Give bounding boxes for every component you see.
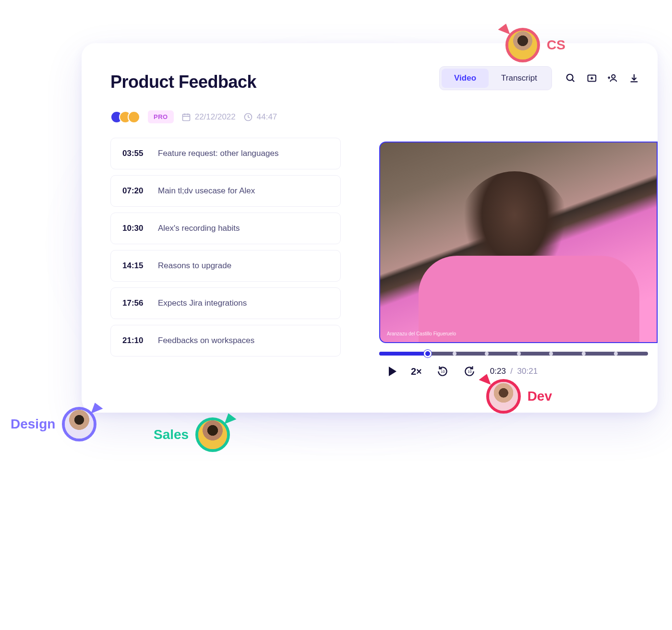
avatar [62,407,96,441]
chapter-marker[interactable] [549,352,553,356]
clock-icon [243,112,253,122]
folder-add-icon[interactable] [587,73,597,83]
svg-point-0 [567,74,573,81]
chapter-marker[interactable] [582,352,586,356]
avatar [128,111,140,123]
face-illustration [508,31,537,59]
download-icon[interactable] [629,73,639,83]
face-illustration [489,382,518,411]
chapter-time: 17:56 [122,298,147,308]
svg-text:10: 10 [441,369,444,374]
tab-transcript[interactable]: Transcript [489,69,550,88]
time-sep: / [510,367,513,376]
meta-row: PRO 22/12/2022 44:47 [110,110,658,123]
svg-rect-10 [182,114,190,120]
avatar [505,28,540,62]
player-controls: 2× 10 10 0:23 / 30:21 [379,365,658,378]
chapter-label: Feedbacks on workspaces [158,336,254,345]
chapter-item[interactable]: 17:56 Expects Jira integrations [110,287,341,319]
chapter-time: 14:15 [122,261,147,271]
timecode: 0:23 / 30:21 [490,367,538,376]
date-text: 22/12/2022 [195,112,236,122]
cursor-icon [497,24,510,37]
avatar [486,379,521,414]
chapter-marker[interactable] [485,352,489,356]
chapter-time: 21:10 [122,336,147,345]
progress-fill [379,352,428,356]
svg-point-5 [612,75,615,78]
role-label: Design [11,416,55,432]
progress-bar[interactable] [379,352,648,356]
svg-line-1 [572,80,575,82]
video-caption: Aranzazu del Castillo Figueruelo [387,331,456,336]
chapter-list: 03:55 Feature request: other languages 0… [110,138,341,357]
chapter-marker[interactable] [614,352,618,356]
chapter-time: 03:55 [122,149,147,158]
feedback-card: Product Feedback Video Transcript [82,43,658,413]
time-total: 30:21 [517,367,538,376]
role-badge-design: Design [11,407,96,441]
face-illustration [65,410,94,439]
role-label: Dev [528,389,552,404]
chapter-item[interactable]: 07:20 Main tl;dv usecase for Alex [110,175,341,207]
play-icon [389,367,396,376]
search-icon[interactable] [565,73,576,83]
tab-switch: Video Transcript [439,66,552,90]
avatar [195,417,230,452]
role-label: Sales [154,427,189,442]
add-person-icon[interactable] [608,73,618,83]
chapter-label: Reasons to upgrade [158,261,231,271]
forward-icon: 10 [463,365,476,378]
meeting-date: 22/12/2022 [181,112,236,122]
role-badge-dev: Dev [486,379,552,414]
chapter-item[interactable]: 03:55 Feature request: other languages [110,138,341,169]
role-badge-sales: Sales [154,417,230,452]
calendar-icon [181,112,191,122]
role-badge-cs: CS [505,28,565,62]
chapter-time: 10:30 [122,224,147,233]
pro-badge: PRO [148,110,174,123]
tab-video[interactable]: Video [442,69,489,88]
role-label: CS [547,37,565,53]
chapter-label: Alex's recording habits [158,224,240,233]
chapter-item[interactable]: 14:15 Reasons to upgrade [110,250,341,282]
face-illustration [198,420,227,449]
participant-avatars[interactable] [110,111,140,123]
forward-10-button[interactable]: 10 [463,365,476,378]
video-frame[interactable]: Aranzazu del Castillo Figueruelo [379,142,658,343]
action-icons [565,73,639,83]
video-area: Aranzazu del Castillo Figueruelo 2× 10 1… [379,142,658,378]
cursor-icon [225,413,238,427]
rewind-10-button[interactable]: 10 [436,365,449,378]
progress-thumb[interactable] [424,350,432,357]
chapter-marker[interactable] [453,352,456,356]
svg-text:10: 10 [468,369,471,374]
duration-text: 44:47 [257,112,277,122]
time-current: 0:23 [490,367,506,376]
chapter-label: Feature request: other languages [158,149,278,158]
chapter-marker[interactable] [517,352,521,356]
speed-button[interactable]: 2× [411,366,422,377]
header-right: Video Transcript [439,66,658,90]
chapter-item[interactable]: 10:30 Alex's recording habits [110,213,341,244]
chapter-label: Expects Jira integrations [158,298,247,308]
rewind-icon: 10 [436,365,449,378]
chapter-label: Main tl;dv usecase for Alex [158,186,255,196]
chapter-item[interactable]: 21:10 Feedbacks on workspaces [110,325,341,357]
chapter-time: 07:20 [122,186,147,196]
play-button[interactable] [389,367,396,376]
meeting-duration: 44:47 [243,112,277,122]
